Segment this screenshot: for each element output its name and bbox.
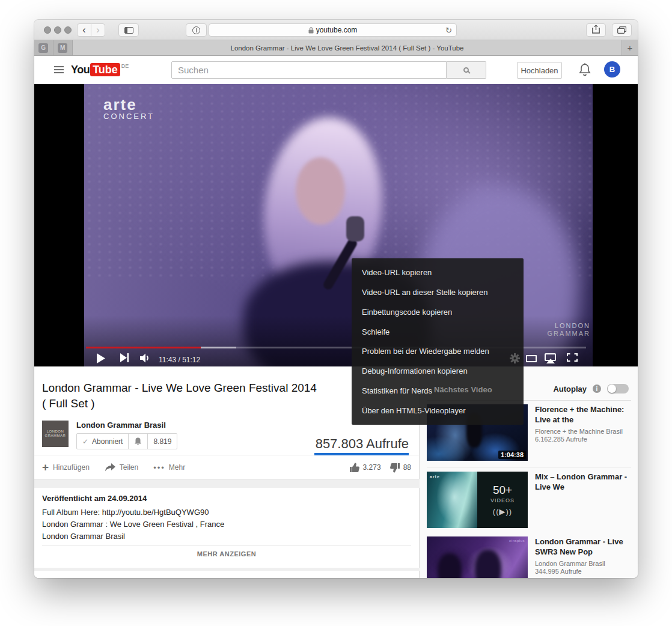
menu-item-copy-url-at-time[interactable]: Video-URL an dieser Stelle kopieren <box>352 282 524 302</box>
bell-small-icon <box>134 437 142 446</box>
close-window-button[interactable] <box>44 26 51 34</box>
notification-bell-button[interactable] <box>128 434 147 449</box>
tab-title: London Grammar - Live We Love Green Fest… <box>231 44 464 52</box>
menu-item-copy-debug[interactable]: Debug-Informationen kopieren <box>352 361 524 381</box>
related-channel: London Grammar Brasil <box>535 560 630 567</box>
menu-item-copy-url[interactable]: Video-URL kopieren <box>352 263 524 282</box>
account-avatar[interactable]: B <box>604 61 620 77</box>
mix-thumb-image: arte <box>427 472 477 528</box>
menu-item-loop[interactable]: Schleife <box>352 322 524 342</box>
related-views: 6.162.285 Aufrufe <box>535 436 630 443</box>
menu-item-about-html5[interactable]: Über den HTML5-Videoplayer <box>352 401 524 421</box>
description-line: London Grammar Brasil <box>42 532 125 541</box>
channel-name[interactable]: London Grammar Brasil <box>76 421 166 430</box>
thumbs-up-icon[interactable] <box>349 463 360 473</box>
description-line-link[interactable]: Full Album Here: http://youtu.be/HgtBuQY… <box>42 508 209 517</box>
zoom-window-button[interactable] <box>64 26 72 34</box>
plus-icon: + <box>628 43 633 53</box>
add-to-button[interactable]: + Hinzufügen <box>42 461 90 474</box>
minimize-window-button[interactable] <box>54 26 61 34</box>
volume-button[interactable] <box>140 353 151 363</box>
channel-avatar-text: GRAMMAR <box>45 434 66 438</box>
channel-avatar-text: LONDON <box>47 430 64 434</box>
related-title[interactable]: Mix – London Grammar - Live We <box>535 472 630 492</box>
next-button[interactable] <box>120 353 129 362</box>
fullscreen-button[interactable] <box>567 353 578 362</box>
volume-icon <box>140 353 151 363</box>
plus-icon: + <box>42 461 49 474</box>
description-card: Veröffentlicht am 24.09.2014 Full Album … <box>34 488 420 568</box>
extension-button[interactable] <box>186 23 207 37</box>
related-views: 344.995 Aufrufe <box>535 568 630 575</box>
upload-label: Hochladen <box>521 66 558 75</box>
mix-label: VIDEOS <box>490 497 515 503</box>
pinned-tab-g[interactable]: G <box>34 40 53 55</box>
more-actions-button[interactable]: ••• Mehr <box>153 463 185 472</box>
scene-shape <box>296 157 345 225</box>
more-label: Mehr <box>169 463 185 472</box>
blocker-extension-icon <box>192 26 200 34</box>
menu-hamburger-button[interactable] <box>54 66 64 75</box>
duration-badge: 1:04:38 <box>498 451 526 459</box>
thumbs-down-icon[interactable] <box>389 463 400 473</box>
next-icon <box>120 353 129 362</box>
search-icon <box>463 67 469 73</box>
url-field[interactable]: youtube.com ↻ <box>209 23 457 37</box>
channel-avatar[interactable]: LONDON GRAMMAR <box>42 421 69 447</box>
subscribed-button[interactable]: ✓ Abonniert <box>77 434 128 449</box>
pinned-tab-g-icon: G <box>38 43 48 53</box>
upload-button[interactable]: Hochladen <box>517 62 562 79</box>
check-icon: ✓ <box>82 437 88 446</box>
avatar-letter: B <box>609 65 615 74</box>
logo-tube: Tube <box>90 63 120 76</box>
settings-button[interactable] <box>510 353 520 363</box>
video-context-menu: Video-URL kopieren Video-URL an dieser S… <box>352 258 524 425</box>
info-icon[interactable]: i <box>593 384 601 393</box>
autoplay-label: Autoplay <box>553 384 587 394</box>
mix-thumbnail[interactable]: arte 50+ VIDEOS ((▶)) <box>427 472 528 528</box>
autoplay-row: Autoplay i <box>553 384 629 394</box>
search-input[interactable] <box>171 61 447 79</box>
pinned-tab-m-icon: M <box>58 43 67 53</box>
active-tab[interactable]: London Grammar - Live We Love Green Fest… <box>73 40 622 55</box>
autoplay-toggle[interactable] <box>607 384 629 394</box>
sidebar-divider <box>427 467 631 467</box>
share-button[interactable] <box>586 23 606 37</box>
search-button[interactable] <box>447 61 486 79</box>
subscribe-control: ✓ Abonniert 8.819 <box>76 433 177 449</box>
menu-item-report-playback[interactable]: Problem bei der Wiedergabe melden <box>352 342 524 362</box>
sidebar-toggle-button[interactable] <box>118 23 139 37</box>
play-button[interactable] <box>96 353 105 363</box>
tab-overview-button[interactable] <box>612 23 632 37</box>
related-title[interactable]: Florence + the Machine: Live at the <box>535 404 630 425</box>
subscriber-count: 8.819 <box>147 434 177 449</box>
reload-icon[interactable]: ↻ <box>445 26 452 35</box>
share-video-button[interactable]: Teilen <box>105 463 138 472</box>
back-icon: ‹ <box>82 25 85 35</box>
forward-icon: › <box>96 25 99 35</box>
bell-icon <box>578 62 591 77</box>
back-button[interactable]: ‹ <box>77 23 91 37</box>
progress-played <box>86 347 201 348</box>
url-text: youtube.com <box>316 26 358 34</box>
theater-mode-button[interactable] <box>526 355 537 362</box>
scene-shape <box>438 553 462 578</box>
fullscreen-icon <box>567 353 578 362</box>
gear-icon <box>510 353 520 363</box>
theater-icon <box>526 355 537 362</box>
forward-button[interactable]: › <box>91 23 105 37</box>
more-dots-icon: ••• <box>153 463 165 472</box>
pinned-tab-m[interactable]: M <box>53 40 72 55</box>
youtube-logo[interactable]: You Tube DE <box>71 63 129 76</box>
scene-shape <box>475 550 501 578</box>
new-tab-button[interactable]: + <box>622 40 638 55</box>
add-to-label: Hinzufügen <box>53 463 90 472</box>
browser-window: ‹ › youtube.com ↻ G M London Grammar - L… <box>34 20 638 578</box>
notifications-bell-button[interactable] <box>578 62 591 79</box>
mix-radio-icon: ((▶)) <box>493 507 512 516</box>
show-more-button[interactable]: MEHR ANZEIGEN <box>34 550 419 558</box>
related-thumbnail[interactable]: einsplus <box>427 536 528 578</box>
menu-item-copy-embed[interactable]: Einbettungscode kopieren <box>352 302 524 322</box>
play-on-tv-button[interactable] <box>545 353 556 361</box>
related-title[interactable]: London Grammar - Live SWR3 New Pop <box>535 536 630 557</box>
